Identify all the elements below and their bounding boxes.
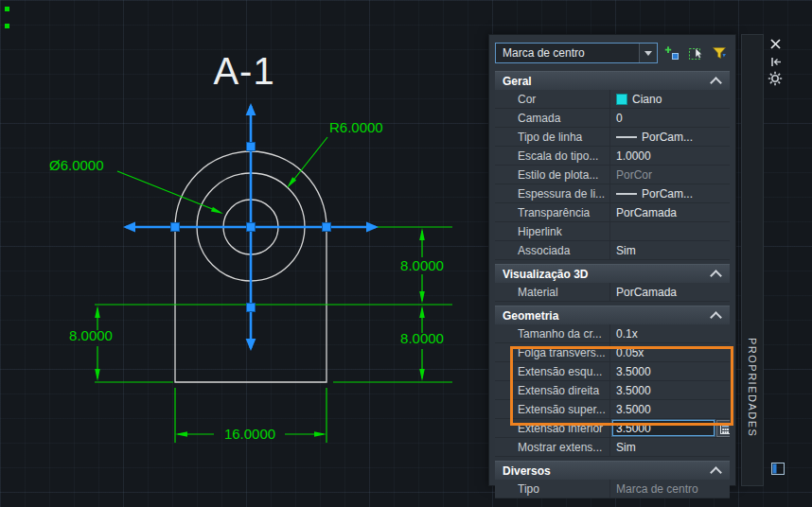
property-row-hiperlink[interactable]: Hiperlink — [495, 222, 730, 241]
property-value-text: 1.0000 — [616, 149, 651, 163]
property-value[interactable]: PorCam... — [610, 184, 730, 202]
property-label: Material — [495, 283, 610, 301]
property-row-material[interactable]: Material PorCamada — [495, 283, 730, 302]
palette-anchor-button[interactable] — [769, 460, 786, 477]
property-label: Mostrar extens... — [495, 438, 610, 456]
property-value: PorCor — [610, 166, 730, 184]
property-row-camada[interactable]: Camada 0 — [495, 109, 730, 128]
linetype-icon — [616, 136, 637, 138]
chevron-up-icon — [710, 466, 722, 479]
radius-dimension-text[interactable]: R6.0000 — [329, 119, 383, 135]
dimension-text-right-upper[interactable]: 8.0000 — [400, 257, 444, 273]
property-value-text: 3.5000 — [616, 365, 651, 378]
property-row-escala-tipo-linha[interactable]: Escala do tipo... 1.0000 — [495, 147, 730, 166]
gear-icon — [768, 71, 783, 86]
color-swatch-cyan-icon — [616, 94, 627, 105]
dimension-text-right-lower[interactable]: 8.0000 — [400, 330, 444, 346]
section-header-geral[interactable]: Geral — [495, 71, 730, 90]
property-value[interactable]: 0.1x — [610, 324, 730, 342]
leader-arrowhead — [211, 207, 223, 214]
arrow-grip-right[interactable] — [366, 222, 379, 233]
property-label: Tipo de linha — [495, 128, 610, 146]
property-value-text: Sim — [616, 244, 636, 257]
property-label: Extensão super... — [495, 400, 610, 418]
canvas-marker — [5, 7, 9, 11]
square-grip[interactable] — [247, 143, 256, 151]
property-value[interactable]: 3.5000 — [610, 381, 730, 399]
property-value[interactable]: 1.0000 — [610, 147, 730, 165]
square-grip[interactable] — [323, 223, 331, 232]
drawing-canvas[interactable]: A-1 R6.0000 Ø6.0000 — [0, 0, 488, 507]
property-value[interactable]: 0 — [610, 109, 730, 127]
dimension-arrowhead — [95, 306, 100, 318]
property-value-text: Sim — [616, 441, 636, 454]
property-list: Geral Cor Ciano Camada 0 Tipo de linha — [495, 71, 730, 498]
dimension-text-left[interactable]: 8.0000 — [69, 327, 113, 343]
property-row-tamanho-cruz[interactable]: Tamanho da cr... 0.1x — [495, 324, 730, 343]
canvas-marker — [5, 24, 9, 28]
property-value[interactable] — [610, 222, 730, 240]
property-row-associada[interactable]: Associada Sim — [495, 241, 730, 260]
property-value[interactable]: Sim — [610, 438, 730, 456]
property-row-mostrar-extensao[interactable]: Mostrar extens... Sim — [495, 438, 730, 457]
property-value[interactable]: 3.5000 — [610, 400, 730, 418]
property-row-transparencia[interactable]: Transparência PorCamada — [495, 203, 730, 222]
object-type-selected: Marca de centro — [503, 46, 585, 60]
property-value-text: 3.5000 — [616, 384, 651, 397]
property-row-cor[interactable]: Cor Ciano — [495, 90, 730, 109]
palette-title-bar[interactable]: PROPRIEDADES — [741, 34, 764, 486]
property-row-extensao-superior[interactable]: Extensão super... 3.5000 — [495, 400, 730, 419]
property-row-espessura-linha[interactable]: Espessura de li... PorCam... — [495, 184, 730, 203]
palette-toolbar: Marca de centro — [489, 35, 735, 67]
property-row-extensao-inferior[interactable]: Extensão inferior — [495, 419, 730, 438]
auto-hide-button[interactable] — [767, 53, 784, 70]
arrow-grip-top[interactable] — [246, 103, 256, 115]
property-value[interactable]: Sim — [610, 241, 730, 259]
view-title-label: A-1 — [213, 50, 274, 92]
property-row-tipo[interactable]: Tipo Marca de centro — [495, 480, 730, 498]
property-value-text: PorCamada — [616, 206, 677, 219]
section-header-geometria[interactable]: Geometria — [495, 306, 730, 324]
arrow-grip-left[interactable] — [123, 222, 135, 233]
square-grip-center[interactable] — [247, 223, 256, 232]
property-value[interactable]: 3.5000 — [610, 362, 730, 380]
property-value[interactable]: PorCamada — [610, 203, 730, 221]
pickadd-toggle-button[interactable] — [662, 44, 681, 62]
square-grip[interactable] — [171, 223, 180, 232]
dimension-text-bottom[interactable]: 16.0000 — [224, 426, 275, 442]
property-row-extensao-direita[interactable]: Extensão direita 3.5000 — [495, 381, 730, 400]
dropdown-button[interactable] — [639, 44, 657, 62]
property-value[interactable]: Ciano — [610, 90, 730, 108]
select-objects-button[interactable] — [686, 44, 705, 62]
dimension-arrowhead — [419, 291, 425, 304]
section-header-visualizacao-3d[interactable]: Visualização 3D — [495, 264, 730, 283]
settings-button[interactable] — [767, 70, 784, 87]
chevron-up-icon — [710, 77, 722, 89]
property-row-estilo-plotagem[interactable]: Estilo de plota... PorCor — [495, 166, 730, 184]
close-button[interactable] — [767, 35, 784, 52]
property-value[interactable]: 0.05x — [610, 343, 730, 361]
extensao-inferior-input[interactable] — [612, 420, 715, 436]
diameter-leader-line[interactable] — [117, 171, 215, 210]
object-type-dropdown[interactable]: Marca de centro — [495, 43, 658, 63]
diameter-dimension-text[interactable]: Ø6.0000 — [49, 157, 104, 173]
property-row-extensao-esquerda[interactable]: Extensão esqu... 3.5000 — [495, 362, 730, 381]
property-value[interactable]: PorCam... — [610, 128, 730, 146]
quickcalc-button[interactable] — [716, 420, 730, 437]
property-row-folga-transversal[interactable]: Folga transvers... 0.05x — [495, 343, 730, 362]
radius-leader-line[interactable] — [291, 137, 327, 183]
property-label: Extensão direita — [495, 381, 610, 399]
quick-select-button[interactable] — [710, 44, 729, 62]
property-value[interactable]: PorCamada — [610, 283, 730, 301]
property-value-text: PorCor — [616, 168, 652, 182]
arrow-grip-bottom[interactable] — [246, 339, 256, 351]
dimension-arrowhead — [95, 369, 100, 381]
property-value-text: PorCam... — [642, 131, 693, 144]
properties-panel: Marca de centro — [488, 34, 736, 486]
property-label: Estilo de plota... — [495, 166, 610, 184]
property-value-editing[interactable] — [610, 419, 730, 437]
section-header-diversos[interactable]: Diversos — [495, 461, 730, 480]
square-grip[interactable] — [247, 304, 256, 312]
property-row-tipo-de-linha[interactable]: Tipo de linha PorCam... — [495, 128, 730, 147]
dimension-arrowhead — [419, 306, 425, 318]
